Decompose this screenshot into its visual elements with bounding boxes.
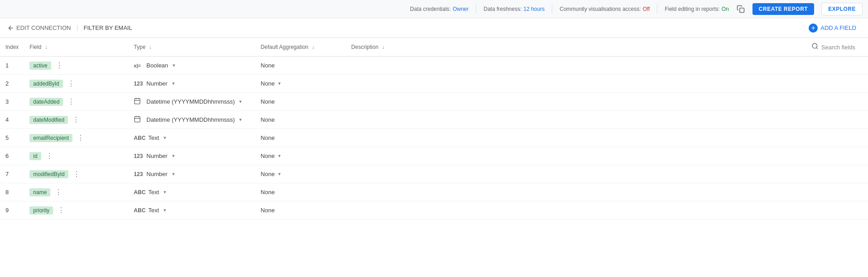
field-name-tag[interactable]: emailRecipient bbox=[29, 134, 72, 142]
create-report-button[interactable]: CREATE REPORT bbox=[752, 3, 814, 15]
number-icon: 123 bbox=[134, 171, 144, 177]
cell-index: 7 bbox=[0, 165, 24, 183]
cell-field: dateAdded⋮ bbox=[24, 93, 128, 111]
type-dropdown-arrow[interactable]: ▾ bbox=[173, 62, 175, 68]
separator-3 bbox=[657, 5, 657, 14]
field-options-menu[interactable]: ⋮ bbox=[71, 115, 82, 125]
data-freshness-value[interactable]: 12 hours bbox=[524, 6, 545, 12]
col-header-type[interactable]: Type ↓ bbox=[128, 38, 255, 57]
field-name-tag[interactable]: dateModified bbox=[29, 116, 68, 124]
number-icon: 123 bbox=[134, 153, 144, 159]
cell-aggregation: None▾ bbox=[255, 75, 346, 93]
field-editing-value[interactable]: On bbox=[722, 6, 729, 12]
field-options-menu[interactable]: ⋮ bbox=[66, 96, 77, 107]
copy-icon[interactable] bbox=[736, 5, 745, 14]
table-row: 8name⋮ABCText▾None bbox=[0, 183, 868, 201]
cell-aggregation: None bbox=[255, 129, 346, 147]
table-row: 2addedById⋮123Number▾None▾ bbox=[0, 75, 868, 93]
filter-by-email-label: FILTER BY EMAIL bbox=[84, 24, 132, 31]
type-dropdown-arrow[interactable]: ▾ bbox=[164, 135, 166, 141]
field-options-menu[interactable]: ⋮ bbox=[56, 205, 67, 215]
fields-table-container: Index Field ↓ Type ↓ Default Aggregation… bbox=[0, 38, 868, 220]
search-container: Search fields bbox=[487, 43, 863, 52]
cell-index: 1 bbox=[0, 57, 24, 75]
svg-point-1 bbox=[812, 43, 817, 48]
type-text: Text bbox=[148, 134, 159, 141]
type-dropdown-arrow[interactable]: ▾ bbox=[172, 171, 175, 177]
cell-aggregation: None▾ bbox=[255, 147, 346, 165]
community-access-label: Community visualisations access: bbox=[559, 6, 641, 12]
table-row: 1active⋮x|=Boolean▾None bbox=[0, 57, 868, 75]
type-dropdown-arrow[interactable]: ▾ bbox=[172, 153, 175, 159]
type-dropdown-arrow[interactable]: ▾ bbox=[164, 189, 166, 195]
agg-dropdown-arrow[interactable]: ▾ bbox=[278, 81, 281, 86]
cell-field: active⋮ bbox=[24, 57, 128, 75]
field-name-tag[interactable]: addedById bbox=[29, 80, 63, 88]
svg-rect-3 bbox=[135, 117, 140, 122]
cell-type: x|=Boolean▾ bbox=[128, 57, 255, 75]
field-name-tag[interactable]: active bbox=[29, 62, 51, 70]
data-credentials-value[interactable]: Owner bbox=[453, 6, 468, 12]
cell-index: 9 bbox=[0, 201, 24, 220]
back-button[interactable]: EDIT CONNECTION bbox=[7, 24, 71, 32]
community-access-value[interactable]: Off bbox=[643, 6, 650, 12]
field-name-tag[interactable]: priority bbox=[29, 206, 53, 215]
add-field-button[interactable]: + ADD A FIELD bbox=[804, 22, 861, 34]
type-text: Number bbox=[146, 171, 167, 177]
datetime-icon bbox=[134, 97, 144, 106]
agg-dropdown-arrow[interactable]: ▾ bbox=[278, 171, 281, 177]
cell-type: Datetime (YYYYMMDDhhmmsss)▾ bbox=[128, 93, 255, 111]
add-circle-icon: + bbox=[809, 24, 818, 33]
field-options-menu[interactable]: ⋮ bbox=[53, 187, 64, 197]
cell-type: ABCText▾ bbox=[128, 183, 255, 201]
aggregation-value: None bbox=[260, 98, 275, 105]
cell-aggregation: None bbox=[255, 183, 346, 201]
field-sort-icon: ↓ bbox=[45, 44, 48, 50]
type-text: Text bbox=[148, 207, 159, 214]
sub-bar: EDIT CONNECTION | FILTER BY EMAIL + ADD … bbox=[0, 18, 868, 38]
field-options-menu[interactable]: ⋮ bbox=[75, 133, 87, 143]
col-header-index: Index bbox=[0, 38, 24, 57]
community-access-section: Community visualisations access: Off bbox=[559, 6, 650, 12]
cell-index: 6 bbox=[0, 147, 24, 165]
col-header-field[interactable]: Field ↓ bbox=[24, 38, 128, 57]
data-freshness-section: Data freshness: 12 hours bbox=[483, 6, 545, 12]
data-credentials-label: Data credentials: bbox=[410, 6, 451, 12]
cell-field: id⋮ bbox=[24, 147, 128, 165]
agg-dropdown-arrow[interactable]: ▾ bbox=[278, 153, 281, 159]
type-dropdown-arrow[interactable]: ▾ bbox=[239, 99, 242, 105]
field-name-tag[interactable]: modifiedById bbox=[29, 170, 68, 178]
search-icon bbox=[811, 43, 819, 52]
col-header-description[interactable]: Description ↓ bbox=[346, 38, 482, 57]
cell-empty bbox=[482, 147, 868, 165]
sub-bar-left: EDIT CONNECTION | FILTER BY EMAIL bbox=[7, 24, 132, 32]
cell-description bbox=[346, 93, 482, 111]
table-body: 1active⋮x|=Boolean▾None2addedById⋮123Num… bbox=[0, 57, 868, 220]
agg-sort-icon: ↓ bbox=[312, 44, 314, 50]
field-options-menu[interactable]: ⋮ bbox=[54, 60, 65, 71]
field-name-tag[interactable]: name bbox=[29, 188, 50, 196]
type-dropdown-arrow[interactable]: ▾ bbox=[164, 207, 166, 213]
field-name-tag[interactable]: id bbox=[29, 152, 41, 160]
aggregation-value: None bbox=[260, 153, 275, 159]
type-dropdown-arrow[interactable]: ▾ bbox=[239, 117, 242, 123]
field-name-tag[interactable]: dateAdded bbox=[29, 98, 63, 106]
field-options-menu[interactable]: ⋮ bbox=[71, 169, 82, 179]
cell-type: 123Number▾ bbox=[128, 165, 255, 183]
search-placeholder-text[interactable]: Search fields bbox=[821, 44, 855, 51]
field-editing-label: Field editing in reports: bbox=[665, 6, 719, 12]
col-header-aggregation[interactable]: Default Aggregation ↓ bbox=[255, 38, 346, 57]
type-dropdown-arrow[interactable]: ▾ bbox=[172, 81, 175, 86]
cell-description bbox=[346, 75, 482, 93]
field-options-menu[interactable]: ⋮ bbox=[44, 151, 55, 161]
cell-aggregation: None bbox=[255, 201, 346, 220]
field-options-menu[interactable]: ⋮ bbox=[66, 78, 77, 89]
type-text: Datetime (YYYYMMDDhhmmsss) bbox=[146, 116, 235, 123]
cell-empty bbox=[482, 75, 868, 93]
cell-field: dateModified⋮ bbox=[24, 111, 128, 129]
svg-rect-2 bbox=[135, 99, 140, 104]
cell-type: Datetime (YYYYMMDDhhmmsss)▾ bbox=[128, 111, 255, 129]
sub-bar-separator: | bbox=[76, 24, 78, 32]
separator-2 bbox=[552, 5, 552, 14]
explore-button[interactable]: EXPLORE bbox=[821, 3, 863, 15]
